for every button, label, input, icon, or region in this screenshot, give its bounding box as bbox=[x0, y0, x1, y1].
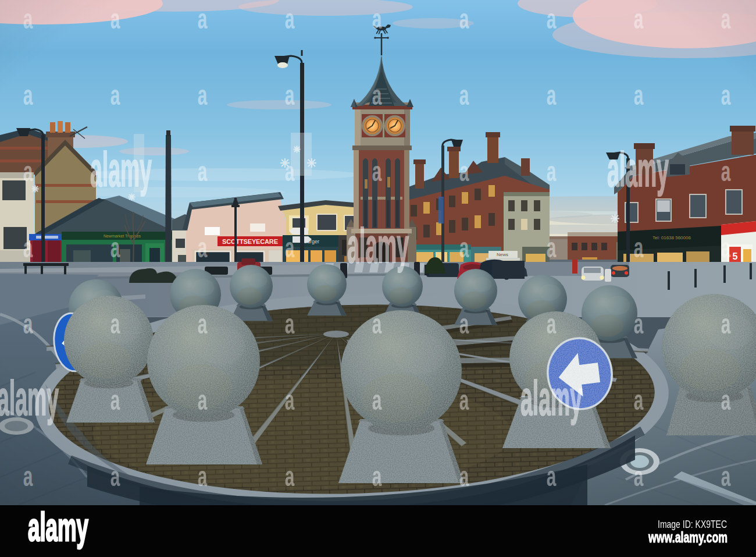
svg-text:alamy: alamy bbox=[28, 505, 88, 549]
svg-text:www.alamy.com: www.alamy.com bbox=[648, 528, 728, 546]
